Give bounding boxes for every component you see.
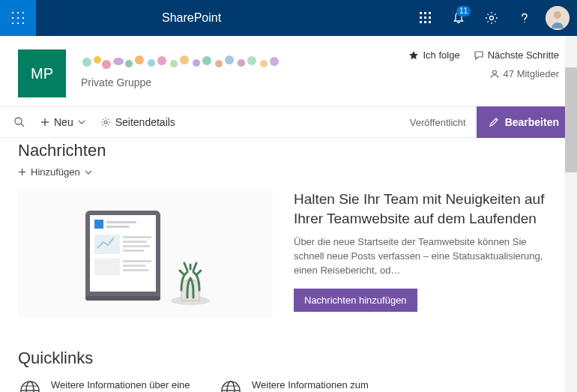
site-description: Private Gruppe [81, 76, 283, 88]
svg-rect-55 [123, 245, 150, 247]
svg-point-31 [193, 59, 200, 67]
svg-point-26 [135, 55, 144, 64]
svg-rect-5 [22, 17, 24, 19]
svg-point-44 [104, 121, 107, 124]
quicklink-item[interactable]: Weitere Informationen zum Hinzufügen ein… [219, 379, 399, 392]
quicklink-label: Weitere Informationen zum Hinzufügen ein… [252, 379, 399, 392]
chat-icon [474, 50, 484, 61]
svg-rect-49 [94, 220, 103, 229]
app-name-label: SharePoint [162, 11, 221, 25]
svg-rect-0 [12, 12, 13, 13]
pencil-icon [489, 117, 499, 127]
svg-rect-53 [123, 236, 151, 238]
waffle-icon[interactable] [409, 0, 442, 36]
help-button[interactable] [508, 0, 541, 36]
add-news-cta-button[interactable]: Nachrichten hinzufügen [294, 289, 417, 312]
members-label: 47 Mitglieder [504, 68, 559, 79]
notifications-button[interactable]: 11 [442, 0, 475, 36]
svg-line-41 [21, 124, 24, 127]
svg-rect-59 [123, 265, 145, 267]
globe-icon [219, 379, 243, 392]
svg-rect-6 [12, 22, 13, 24]
next-steps-button[interactable]: Nächste Schritte [474, 49, 559, 61]
svg-point-24 [113, 58, 124, 65]
svg-point-32 [202, 56, 211, 65]
new-button[interactable]: Neu [33, 106, 93, 138]
add-news-button[interactable]: Hinzufügen [18, 166, 92, 178]
svg-rect-10 [424, 12, 426, 14]
svg-point-20 [554, 11, 561, 19]
site-logo[interactable]: MP [18, 49, 66, 97]
search-icon [13, 116, 25, 128]
user-avatar[interactable] [546, 6, 570, 30]
star-icon [408, 50, 419, 61]
svg-point-29 [170, 60, 178, 67]
members-link[interactable]: 47 Mitglieder [408, 68, 559, 79]
news-heading: Halten Sie Ihr Team mit Neuigkeiten auf … [294, 190, 559, 228]
next-steps-label: Nächste Schritte [488, 49, 559, 61]
svg-point-28 [157, 56, 166, 65]
svg-rect-4 [17, 17, 19, 19]
svg-rect-9 [420, 12, 422, 14]
svg-point-39 [492, 70, 496, 74]
site-title-decoration [81, 52, 283, 72]
follow-button[interactable]: Ich folge [408, 49, 459, 61]
page-details-label: Seitendetails [115, 116, 175, 128]
svg-rect-14 [429, 16, 431, 19]
edit-button[interactable]: Bearbeiten [477, 106, 571, 138]
scrollbar-thumb[interactable] [565, 67, 577, 172]
svg-point-36 [247, 56, 256, 65]
svg-point-40 [15, 118, 22, 124]
svg-rect-3 [12, 17, 13, 19]
edit-label: Bearbeiten [505, 116, 559, 128]
chevron-down-icon [78, 120, 85, 124]
news-section-title: Nachrichten [18, 141, 559, 160]
svg-point-22 [94, 56, 101, 64]
gear-icon [100, 117, 111, 127]
svg-rect-51 [106, 226, 129, 228]
follow-label: Ich folge [423, 49, 459, 61]
svg-point-18 [490, 16, 494, 20]
svg-rect-15 [420, 21, 422, 23]
svg-rect-2 [22, 12, 24, 13]
svg-point-30 [180, 55, 189, 64]
publish-status: Veröffentlicht [399, 117, 477, 128]
chevron-down-icon [85, 170, 92, 175]
svg-rect-17 [429, 21, 431, 23]
page-content: Nachrichten Hinzufügen [0, 138, 577, 392]
svg-rect-12 [420, 16, 422, 19]
svg-rect-57 [94, 259, 120, 275]
vertical-scrollbar[interactable] [565, 36, 577, 392]
app-launcher-button[interactable] [0, 0, 36, 36]
search-button[interactable] [6, 106, 33, 138]
svg-point-38 [270, 57, 279, 66]
svg-point-25 [125, 60, 133, 67]
quicklink-label: Weitere Informationen über eine Teamwebs… [51, 379, 198, 392]
svg-point-23 [102, 60, 111, 69]
new-label: Neu [54, 116, 73, 128]
settings-button[interactable] [475, 0, 508, 36]
globe-icon [18, 379, 42, 392]
page-details-button[interactable]: Seitendetails [93, 106, 183, 138]
svg-rect-61 [85, 296, 160, 301]
svg-rect-1 [17, 12, 19, 13]
svg-point-21 [82, 58, 91, 67]
quicklink-item[interactable]: Weitere Informationen über eine Teamwebs… [18, 379, 198, 392]
news-illustration [18, 190, 273, 317]
svg-point-35 [238, 59, 245, 67]
svg-rect-8 [22, 22, 24, 24]
svg-rect-13 [424, 16, 426, 19]
plus-icon [40, 118, 49, 127]
svg-point-27 [148, 59, 155, 67]
plus-icon [18, 168, 26, 176]
svg-rect-60 [123, 269, 148, 271]
svg-rect-16 [424, 21, 426, 23]
svg-rect-56 [123, 250, 144, 252]
svg-rect-54 [123, 241, 147, 243]
command-bar: Neu Seitendetails Veröffentlicht Bearbei… [0, 106, 577, 138]
svg-rect-50 [106, 221, 136, 223]
add-news-label: Hinzufügen [31, 166, 80, 178]
svg-rect-11 [429, 12, 431, 14]
svg-rect-7 [17, 22, 19, 24]
svg-point-37 [260, 60, 268, 67]
